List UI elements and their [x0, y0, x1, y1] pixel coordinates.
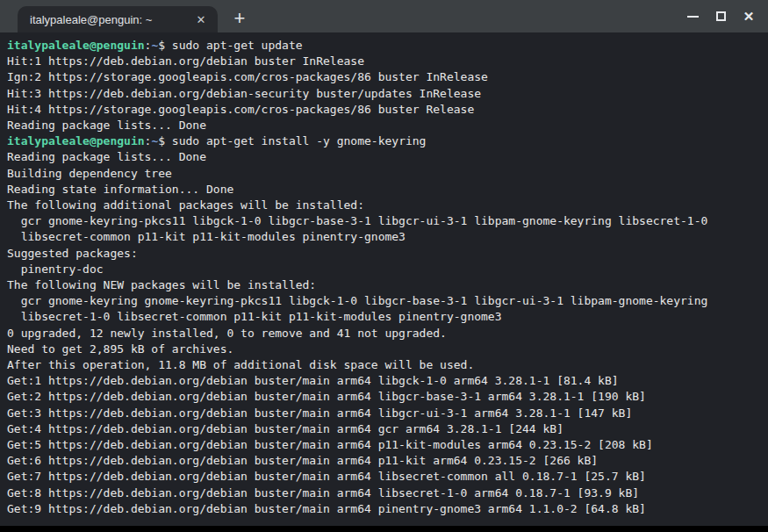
- new-tab-button[interactable]: +: [228, 7, 251, 30]
- close-button[interactable]: ✕: [735, 3, 763, 31]
- tab-close-icon[interactable]: ✕: [193, 11, 209, 27]
- terminal-line: Suggested packages:: [7, 246, 761, 262]
- terminal-line: Get:6 https://deb.debian.org/debian bust…: [7, 453, 761, 469]
- terminal-line: 0 upgraded, 12 newly installed, 0 to rem…: [7, 326, 761, 341]
- terminal-line: Building dependency tree: [7, 166, 761, 182]
- terminal-line: gcr gnome-keyring gnome-keyring-pkcs11 l…: [7, 293, 761, 309]
- window-bottom-edge: [0, 526, 768, 532]
- tab-bar: italypaleale@penguin: ~ ✕ +: [0, 0, 768, 32]
- terminal-line: Get:5 https://deb.debian.org/debian bust…: [7, 437, 761, 453]
- terminal-line: Get:7 https://deb.debian.org/debian bust…: [7, 469, 761, 485]
- terminal-line: Need to get 2,895 kB of archives.: [7, 341, 761, 357]
- terminal-line: libsecret-common p11-kit p11-kit-modules…: [7, 229, 761, 245]
- prompt-user-host: italypaleale@penguin: [7, 39, 145, 52]
- terminal-line: The following additional packages will b…: [7, 198, 761, 213]
- prompt-command: sudo apt-get install -y gnome-keyring: [172, 134, 427, 147]
- terminal-window: italypaleale@penguin: ~ ✕ + ✕ italypalea…: [0, 0, 768, 532]
- terminal-line: Ign:2 https://storage.googleapis.com/cro…: [7, 69, 761, 85]
- terminal-output-area[interactable]: italypaleale@penguin:~$ sudo apt-get upd…: [0, 32, 768, 526]
- terminal-line: After this operation, 11.8 MB of additio…: [7, 357, 761, 373]
- prompt-user-host: italypaleale@penguin: [7, 134, 145, 147]
- terminal-prompt-line: italypaleale@penguin:~$ sudo apt-get upd…: [7, 38, 761, 54]
- terminal-line: Get:4 https://deb.debian.org/debian bust…: [7, 421, 761, 437]
- minimize-icon: [687, 16, 699, 18]
- terminal-line: Get:8 https://deb.debian.org/debian bust…: [7, 485, 761, 501]
- terminal-line: gcr gnome-keyring-pkcs11 libgck-1-0 libg…: [7, 213, 761, 229]
- window-controls: ✕: [678, 0, 768, 32]
- terminal-line: Hit:3 https://deb.debian.org/debian-secu…: [7, 86, 761, 102]
- terminal-line: Hit:4 https://storage.googleapis.com/cro…: [7, 102, 761, 118]
- terminal-line: libsecret-1-0 libsecret-common p11-kit p…: [7, 309, 761, 325]
- maximize-icon: [716, 11, 726, 21]
- terminal-line: pinentry-doc: [7, 262, 761, 277]
- minimize-button[interactable]: [678, 3, 707, 31]
- terminal-line: Get:2 https://deb.debian.org/debian bust…: [7, 389, 761, 405]
- terminal-line: Hit:1 https://deb.debian.org/debian bust…: [7, 54, 761, 69]
- terminal-line: Reading state information... Done: [7, 182, 761, 198]
- terminal-line: Reading package lists... Done: [7, 118, 761, 133]
- terminal-line: Reading package lists... Done: [7, 149, 761, 165]
- terminal-line: Get:3 https://deb.debian.org/debian bust…: [7, 406, 761, 421]
- maximize-button[interactable]: [707, 3, 735, 31]
- terminal-line: Get:9 https://deb.debian.org/debian bust…: [7, 501, 761, 517]
- terminal-tab[interactable]: italypaleale@penguin: ~ ✕: [18, 6, 218, 32]
- terminal-prompt-line: italypaleale@penguin:~$ sudo apt-get ins…: [7, 133, 761, 149]
- terminal-line: Get:1 https://deb.debian.org/debian bust…: [7, 373, 761, 389]
- terminal-line: The following NEW packages will be insta…: [7, 277, 761, 293]
- tab-title: italypaleale@penguin: ~: [30, 13, 193, 26]
- close-icon: ✕: [743, 10, 755, 23]
- prompt-command: sudo apt-get update: [172, 39, 303, 52]
